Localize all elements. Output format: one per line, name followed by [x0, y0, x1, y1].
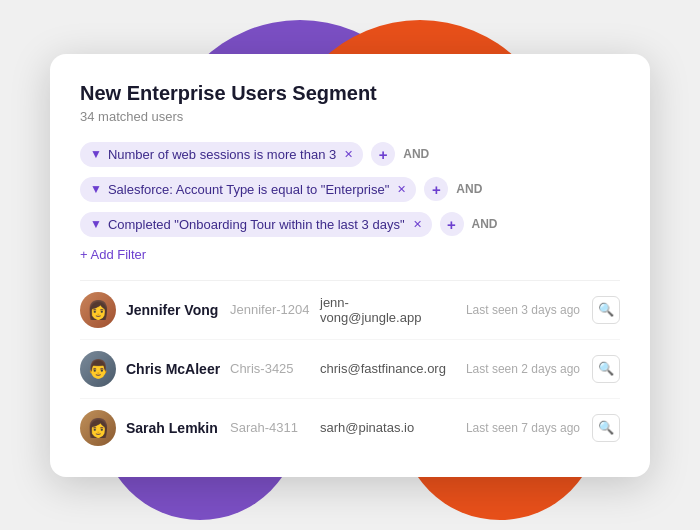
filter-label-1: Number of web sessions is more than 3: [108, 147, 336, 162]
user-email-1: jenn-vong@jungle.app: [320, 295, 450, 325]
search-icon-3: 🔍: [598, 420, 614, 435]
user-search-button-2[interactable]: 🔍: [592, 355, 620, 383]
user-lastseen-3: Last seen 7 days ago: [450, 421, 580, 435]
filter-label-3: Completed "Onboarding Tour within the la…: [108, 217, 405, 232]
search-icon-2: 🔍: [598, 361, 614, 376]
user-lastseen-1: Last seen 3 days ago: [450, 303, 580, 317]
funnel-icon-3: ▼: [90, 217, 102, 231]
user-email-2: chris@fastfinance.org: [320, 361, 450, 376]
funnel-icon-1: ▼: [90, 147, 102, 161]
user-search-button-1[interactable]: 🔍: [592, 296, 620, 324]
user-row-3: 👩 Sarah Lemkin Sarah-4311 sarh@pinatas.i…: [80, 399, 620, 457]
user-name-2: Chris McAleer: [126, 361, 226, 377]
user-id-1: Jennifer-1204: [230, 302, 310, 317]
user-search-button-3[interactable]: 🔍: [592, 414, 620, 442]
user-name-1: Jennifer Vong: [126, 302, 226, 318]
user-id-3: Sarah-4311: [230, 420, 310, 435]
user-lastseen-2: Last seen 2 days ago: [450, 362, 580, 376]
avatar-sarah-lemkin: 👩: [80, 410, 116, 446]
avatar-chris-mcaleer: 👨: [80, 351, 116, 387]
add-filter-button[interactable]: + Add Filter: [80, 247, 620, 262]
main-card: New Enterprise Users Segment 34 matched …: [50, 54, 650, 477]
filter-plus-2[interactable]: +: [424, 177, 448, 201]
user-name-3: Sarah Lemkin: [126, 420, 226, 436]
funnel-icon-2: ▼: [90, 182, 102, 196]
avatar-jennifer-vong: 👩: [80, 292, 116, 328]
filter-plus-1[interactable]: +: [371, 142, 395, 166]
filter-close-3[interactable]: ✕: [413, 218, 422, 231]
filter-and-1: AND: [403, 147, 429, 161]
card-subtitle: 34 matched users: [80, 109, 620, 124]
card-title: New Enterprise Users Segment: [80, 82, 620, 105]
filter-and-3: AND: [472, 217, 498, 231]
avatar-face-3: 👩: [87, 417, 109, 439]
avatar-face-2: 👨: [87, 358, 109, 380]
filter-row-3: ▼ Completed "Onboarding Tour within the …: [80, 212, 620, 237]
filter-row-2: ▼ Salesforce: Account Type is equal to "…: [80, 177, 620, 202]
filter-row-1: ▼ Number of web sessions is more than 3 …: [80, 142, 620, 167]
avatar-face-1: 👩: [87, 299, 109, 321]
user-row-2: 👨 Chris McAleer Chris-3425 chris@fastfin…: [80, 340, 620, 399]
user-id-2: Chris-3425: [230, 361, 310, 376]
filter-chip-3: ▼ Completed "Onboarding Tour within the …: [80, 212, 432, 237]
filter-and-2: AND: [456, 182, 482, 196]
user-row-1: 👩 Jennifer Vong Jennifer-1204 jenn-vong@…: [80, 281, 620, 340]
filter-plus-3[interactable]: +: [440, 212, 464, 236]
search-icon-1: 🔍: [598, 302, 614, 317]
filter-close-2[interactable]: ✕: [397, 183, 406, 196]
user-email-3: sarh@pinatas.io: [320, 420, 450, 435]
filter-chip-2: ▼ Salesforce: Account Type is equal to "…: [80, 177, 416, 202]
filter-chip-1: ▼ Number of web sessions is more than 3 …: [80, 142, 363, 167]
filter-label-2: Salesforce: Account Type is equal to "En…: [108, 182, 389, 197]
filter-close-1[interactable]: ✕: [344, 148, 353, 161]
